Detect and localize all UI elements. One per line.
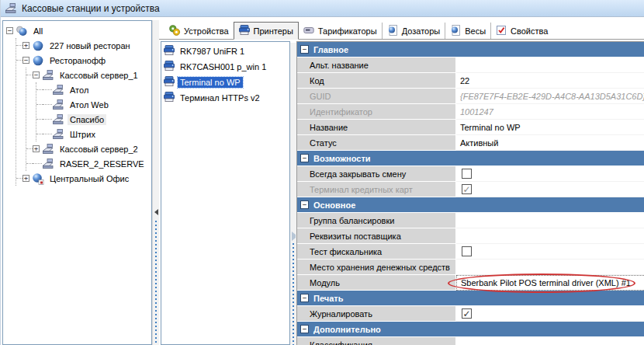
- property-value[interactable]: [456, 228, 644, 244]
- property-value-text: Sberbank Pilot POS terminal driver (XML)…: [461, 278, 631, 288]
- tree-splitter[interactable]: [152, 20, 159, 345]
- device-tree: −All+227 новый ресторан−Ресторанофф−Касс…: [2, 20, 152, 345]
- checked-checkbox[interactable]: ✓: [462, 184, 472, 194]
- tree-row[interactable]: −All: [6, 23, 151, 38]
- app-window: Кассовые станции и устройства −All+227 н…: [0, 0, 644, 345]
- tree-row[interactable]: −Ресторанофф: [16, 53, 151, 68]
- network-icon: [16, 25, 29, 37]
- splitter-dots: [293, 243, 294, 345]
- property-row: Группа балансировки: [297, 213, 644, 228]
- list-splitter[interactable]: [290, 43, 296, 345]
- unchecked-checkbox[interactable]: [462, 246, 472, 256]
- tree-item-label[interactable]: Атол Web: [68, 99, 111, 110]
- cash-register-icon: [52, 84, 65, 96]
- tree-item-label[interactable]: Ресторанофф: [47, 55, 108, 66]
- collapse-section-icon[interactable]: −: [300, 45, 309, 54]
- property-value[interactable]: Sberbank Pilot POS terminal driver (XML)…: [456, 275, 644, 291]
- checked-checkbox[interactable]: ✓: [462, 308, 472, 319]
- section-header[interactable]: −Дополнительно: [297, 322, 644, 337]
- cash-register-icon: [52, 128, 65, 141]
- property-row: МодульSberbank Pilot POS terminal driver…: [297, 275, 644, 291]
- property-value[interactable]: [456, 260, 644, 275]
- tree-connector: [16, 45, 23, 46]
- tree-row[interactable]: +Центральный Офис: [16, 171, 151, 186]
- property-value[interactable]: Активный: [456, 135, 644, 151]
- collapse-section-icon[interactable]: −: [300, 294, 309, 302]
- property-value[interactable]: {FE87E7F4-EB2E-429D-A4C8-AA13D5A31C6D}: [456, 89, 644, 104]
- section-title: Возможности: [313, 154, 371, 163]
- property-row: Реквизиты поставщика: [297, 228, 644, 244]
- section-header[interactable]: −Главное: [297, 42, 644, 57]
- collapse-expander-icon[interactable]: −: [33, 71, 40, 78]
- tree-item-label[interactable]: Штрих: [68, 129, 98, 140]
- property-value[interactable]: [456, 166, 644, 182]
- collapse-right-icon[interactable]: [292, 232, 296, 241]
- property-value[interactable]: ✓: [456, 182, 644, 197]
- property-value[interactable]: [456, 337, 644, 345]
- tree-item: Атол Web: [36, 97, 151, 112]
- section-header[interactable]: −Возможности: [297, 151, 644, 166]
- tree-row[interactable]: Штрих: [36, 127, 151, 141]
- property-value[interactable]: [456, 57, 644, 73]
- property-value-text: 1001247: [460, 107, 493, 117]
- tree-row[interactable]: +227 новый ресторан: [16, 38, 151, 53]
- printer-list-item[interactable]: RK7987 UniFR 1: [161, 44, 289, 59]
- main-area: −All+227 новый ресторан−Ресторанофф−Касс…: [1, 19, 644, 345]
- collapse-expander-icon[interactable]: −: [23, 57, 29, 64]
- property-value[interactable]: 22: [456, 73, 644, 89]
- collapse-section-icon[interactable]: −: [300, 325, 309, 333]
- property-value[interactable]: 1001247: [456, 104, 644, 120]
- expand-expander-icon[interactable]: +: [23, 175, 29, 182]
- tree-item-label[interactable]: Кассовый сервер_1: [57, 70, 140, 81]
- property-value[interactable]: [456, 244, 644, 260]
- property-label: Статус: [297, 135, 456, 151]
- printer-list-item[interactable]: Терминал HTTPs v2: [161, 90, 289, 106]
- tab-scales[interactable]: Весы: [445, 23, 491, 39]
- tree-item-label[interactable]: RASER_2_RESERVE: [57, 159, 147, 169]
- tree-row[interactable]: Атол Web: [36, 97, 151, 112]
- section-header[interactable]: −Основное: [297, 197, 644, 213]
- tree-item-label[interactable]: Атол: [68, 85, 91, 96]
- tab-tariffs[interactable]: Тарификаторы: [299, 23, 383, 39]
- property-value[interactable]: ✓: [456, 306, 644, 322]
- printer-list-item[interactable]: RK7CASH001 p_win 1: [161, 59, 289, 75]
- sphere-icon: [32, 54, 45, 67]
- unchecked-checkbox[interactable]: [462, 169, 472, 179]
- tree-item-label[interactable]: Кассовый сервер_2: [57, 144, 140, 155]
- expand-expander-icon[interactable]: +: [33, 145, 40, 152]
- property-grid: −ГлавноеАльт. названиеКод22GUID{FE87E7F4…: [296, 41, 644, 345]
- tree-row[interactable]: Спасибо: [36, 112, 151, 127]
- tree-item: +227 новый ресторан: [16, 38, 151, 53]
- tree-row[interactable]: Атол: [36, 82, 151, 97]
- tree-item-label[interactable]: Спасибо: [68, 114, 106, 125]
- collapse-section-icon[interactable]: −: [300, 200, 309, 209]
- printer-list-item[interactable]: Terminal no WP: [161, 75, 289, 90]
- property-value[interactable]: [456, 213, 644, 228]
- tab-devices[interactable]: Устройства: [164, 23, 234, 39]
- collapse-left-icon[interactable]: [154, 209, 158, 215]
- property-row: НазваниеTerminal no WP: [297, 120, 644, 135]
- cash-register-icon: [52, 99, 65, 111]
- tree-row[interactable]: −Кассовый сервер_1: [26, 68, 151, 82]
- property-value-text: 22: [460, 76, 469, 85]
- tree-item: RASER_2_RESERVE: [26, 156, 151, 171]
- tree-item-label[interactable]: Центральный Офис: [47, 173, 131, 184]
- printer-icon: [163, 75, 178, 89]
- property-label: Терминал кредитных карт: [297, 182, 456, 197]
- property-value[interactable]: Terminal no WP: [456, 120, 644, 135]
- tab-dispensers[interactable]: Дозаторы: [383, 23, 446, 39]
- tree-item: Атол: [36, 82, 151, 97]
- expand-expander-icon[interactable]: +: [23, 42, 29, 49]
- tree-row[interactable]: +Кассовый сервер_2: [26, 141, 151, 156]
- tree-item: +Кассовый сервер_2: [26, 141, 151, 156]
- tree-row[interactable]: RASER_2_RESERVE: [26, 156, 151, 171]
- tab-printers[interactable]: Принтеры: [234, 22, 299, 40]
- tree-item-label[interactable]: All: [31, 26, 45, 37]
- collapse-expander-icon[interactable]: −: [6, 27, 13, 34]
- tab-properties[interactable]: Свойства: [491, 23, 552, 39]
- tree-item: −Кассовый сервер_1АтолАтол WebСпасибоШтр…: [26, 68, 151, 141]
- property-label: Идентификатор: [297, 104, 456, 120]
- tree-item-label[interactable]: 227 новый ресторан: [47, 40, 133, 51]
- section-header[interactable]: −Печать: [297, 291, 644, 306]
- collapse-section-icon[interactable]: −: [300, 154, 309, 162]
